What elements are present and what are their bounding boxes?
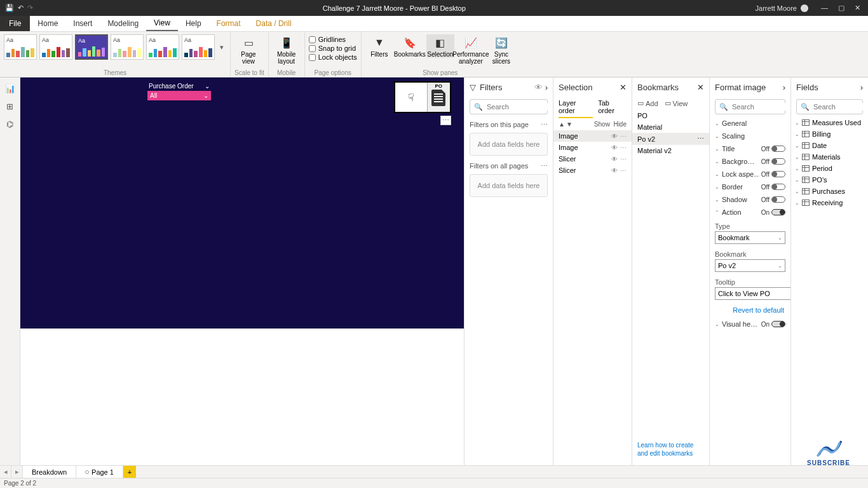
selection-pane-button[interactable]: ◧Selection <box>426 34 454 58</box>
filter-drop-zone[interactable]: Add data fields here <box>470 133 548 156</box>
tab-insert[interactable]: Insert <box>65 16 100 31</box>
chevron-down-icon[interactable]: ⌄ <box>205 83 210 90</box>
user-name[interactable]: Jarrett Moore <box>756 4 797 12</box>
close-button[interactable]: ✕ <box>855 4 860 12</box>
performance-button[interactable]: 📈Performance analyzer <box>457 34 485 65</box>
image-visual[interactable]: ☟ PO <box>394 81 451 113</box>
page-prev-icon[interactable]: ◂ <box>0 466 11 478</box>
save-icon[interactable]: 💾 <box>5 4 14 12</box>
tab-data-drill[interactable]: Data / Drill <box>248 16 299 31</box>
bookmarks-pane-button[interactable]: 🔖Bookmarks <box>396 34 424 58</box>
hidden-icon[interactable]: 👁 <box>611 167 618 174</box>
report-view-icon[interactable]: 📊 <box>4 83 16 94</box>
collapse-icon[interactable]: › <box>860 83 863 92</box>
file-tab[interactable]: File <box>0 16 30 31</box>
eye-icon[interactable]: 👁 <box>534 83 543 92</box>
undo-icon[interactable]: ↶ <box>18 4 24 12</box>
more-icon[interactable]: ⋯ <box>697 135 704 143</box>
bookmark-item[interactable]: Material v2 <box>632 145 709 156</box>
view-bookmark-button[interactable]: ▭View <box>665 99 688 107</box>
prop-title[interactable]: ⌄TitleOff <box>710 142 790 155</box>
hidden-icon[interactable]: 👁 <box>611 156 618 163</box>
maximize-button[interactable]: ▢ <box>838 4 844 12</box>
slicer-dropdown[interactable]: All⌄ <box>147 91 211 100</box>
sync-slicers-button[interactable]: 🔄Sync slicers <box>487 34 515 65</box>
field-table[interactable]: ⌄Purchases <box>791 186 868 197</box>
theme-thumb-selected[interactable]: Aa <box>75 34 108 60</box>
page-tab[interactable]: Breakdown <box>23 466 76 478</box>
format-search[interactable]: 🔍 <box>715 99 785 114</box>
prop-background[interactable]: ⌄Backgro…Off <box>710 155 790 168</box>
close-icon[interactable]: ✕ <box>620 83 627 92</box>
prop-action[interactable]: ⌃ActionOn <box>710 206 790 219</box>
bookmark-item[interactable]: Material <box>632 121 709 133</box>
mobile-layout-button[interactable]: 📱Mobile layout <box>273 34 301 65</box>
layer-order-tab[interactable]: Layer order <box>559 97 593 118</box>
more-icon[interactable]: ⋯ <box>541 162 548 170</box>
bookmarks-help-link[interactable]: Learn how to create and edit bookmarks <box>632 436 709 463</box>
bookmark-item[interactable]: PO <box>632 110 709 121</box>
theme-thumb[interactable]: Aa <box>182 34 215 60</box>
hide-button[interactable]: Hide <box>613 121 627 128</box>
chevron-down-icon[interactable]: ▾ <box>217 43 226 51</box>
tab-modeling[interactable]: Modeling <box>100 16 146 31</box>
page-next-icon[interactable]: ▸ <box>11 466 23 478</box>
prop-visual-header[interactable]: ⌄Visual he…On <box>710 318 790 330</box>
tab-format[interactable]: Format <box>209 16 248 31</box>
more-icon[interactable]: ⋯ <box>620 144 627 151</box>
tab-home[interactable]: Home <box>30 16 65 31</box>
slicer-purchase-order[interactable]: Purchase Order⌄ All⌄ <box>147 81 211 100</box>
close-icon[interactable]: ✕ <box>697 83 704 92</box>
action-bookmark-select[interactable]: Po v2⌄ <box>715 259 785 272</box>
minimize-button[interactable]: — <box>821 4 828 12</box>
theme-thumb[interactable]: Aa <box>39 34 72 60</box>
revert-default-link[interactable]: Revert to default <box>710 302 790 318</box>
gridlines-checkbox[interactable]: Gridlines <box>309 36 357 43</box>
prop-general[interactable]: ⌄General <box>710 117 790 130</box>
redo-icon[interactable]: ↷ <box>27 4 33 12</box>
more-icon[interactable]: ⋯ <box>620 156 627 163</box>
lock-checkbox[interactable]: Lock objects <box>309 53 357 61</box>
more-icon[interactable]: ⋯ <box>620 133 627 140</box>
theme-thumb[interactable]: Aa <box>111 34 144 60</box>
prop-shadow[interactable]: ⌄ShadowOff <box>710 193 790 206</box>
move-up-icon[interactable]: ▲ <box>559 121 566 128</box>
hidden-icon[interactable]: 👁 <box>611 133 618 140</box>
tab-order-tab[interactable]: Tab order <box>598 97 627 118</box>
add-bookmark-button[interactable]: ▭Add <box>637 99 658 107</box>
action-type-select[interactable]: Bookmark⌄ <box>715 231 785 244</box>
fields-search[interactable]: 🔍 <box>796 99 863 114</box>
page-view-button[interactable]: ▭Page view <box>234 34 262 65</box>
theme-thumb[interactable]: Aa <box>146 34 179 60</box>
field-table[interactable]: ⌄Date <box>791 140 868 151</box>
prop-lock-aspect[interactable]: ⌄Lock aspe…Off <box>710 168 790 180</box>
visual-options-icon[interactable]: ⋯ <box>440 116 451 125</box>
bookmark-item[interactable]: Po v2⋯ <box>632 133 709 145</box>
selection-item[interactable]: Slicer👁⋯ <box>553 153 632 165</box>
snap-checkbox[interactable]: Snap to grid <box>309 44 357 52</box>
collapse-icon[interactable]: › <box>545 83 548 92</box>
selection-item[interactable]: Slicer👁⋯ <box>553 165 632 176</box>
add-page-button[interactable]: + <box>123 466 136 478</box>
field-table[interactable]: ⌄Materials <box>791 151 868 163</box>
report-canvas[interactable]: Purchase Order⌄ All⌄ ☟ PO ⋯ <box>20 78 464 329</box>
filters-search[interactable]: 🔍 <box>470 99 548 114</box>
prop-scaling[interactable]: ⌄Scaling <box>710 130 790 142</box>
more-icon[interactable]: ⋯ <box>620 167 627 174</box>
model-view-icon[interactable]: ⌬ <box>4 118 16 130</box>
filter-drop-zone[interactable]: Add data fields here <box>470 174 548 197</box>
prop-border[interactable]: ⌄BorderOff <box>710 180 790 193</box>
tab-view[interactable]: View <box>146 16 178 31</box>
filters-pane-button[interactable]: ▼Filters <box>365 34 393 58</box>
theme-gallery[interactable]: Aa Aa Aa Aa Aa Aa ▾ <box>4 34 226 60</box>
theme-thumb[interactable]: Aa <box>4 34 37 60</box>
page-tab[interactable]: Page 1 <box>76 466 123 478</box>
hidden-icon[interactable]: 👁 <box>611 144 618 151</box>
selection-item[interactable]: Image👁⋯ <box>553 130 632 142</box>
selection-item[interactable]: Image👁⋯ <box>553 142 632 153</box>
show-button[interactable]: Show <box>594 121 610 128</box>
field-table[interactable]: ⌄Period <box>791 163 868 174</box>
field-table[interactable]: ⌄Measures Used <box>791 117 868 128</box>
more-icon[interactable]: ⋯ <box>541 121 548 129</box>
field-table[interactable]: ⌄Receiving <box>791 197 868 208</box>
